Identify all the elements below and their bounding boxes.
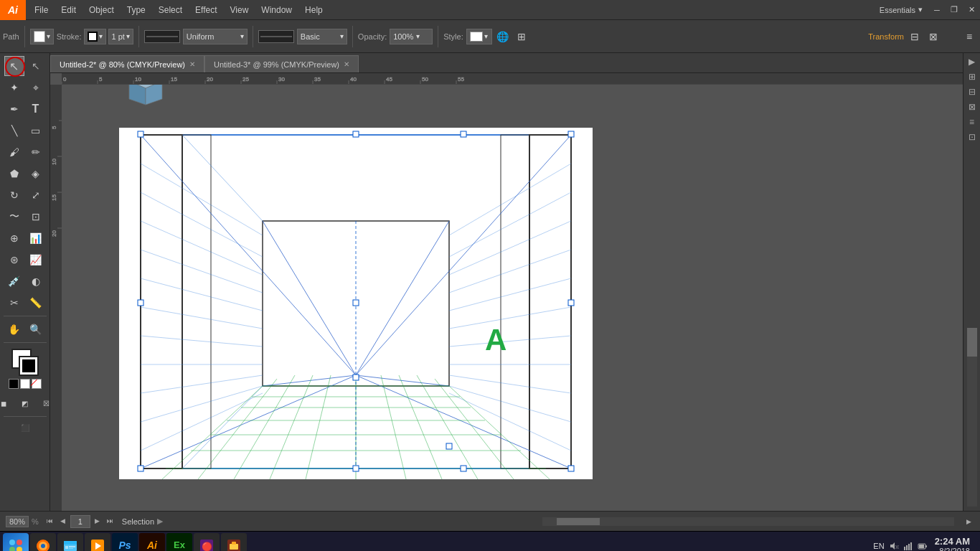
selection-tool[interactable]: ↖ (4, 56, 24, 76)
horizontal-scrollbar[interactable] (542, 517, 954, 526)
workspace-switcher[interactable]: Essentials ▾ (874, 5, 928, 14)
pencil-tool[interactable]: ✏ (26, 142, 46, 162)
type-tool[interactable]: T (26, 99, 46, 119)
last-page-btn[interactable]: ⏭ (105, 515, 116, 527)
menu-effect[interactable]: Effect (189, 2, 222, 18)
scrollbar-thumb-h[interactable] (557, 518, 600, 525)
menu-type[interactable]: Type (121, 2, 151, 18)
taskbar-media-player[interactable] (85, 533, 110, 552)
zoom-value[interactable]: 80% (6, 516, 29, 527)
stroke-weight[interactable]: 1 pt ▾ (108, 29, 133, 44)
stroke-color[interactable]: ▾ (84, 29, 106, 44)
panel-btn-3[interactable]: ⊟ (965, 85, 979, 99)
style-field[interactable]: ▾ (466, 29, 492, 44)
draw-mode-btn[interactable]: ⬛ (4, 420, 47, 435)
artboard-container: A (119, 128, 593, 479)
scale-tool[interactable]: ⤢ (26, 185, 46, 205)
direct-selection-tool[interactable]: ↖ (26, 56, 46, 76)
free-transform-tool[interactable]: ⊡ (26, 207, 46, 227)
view-cube[interactable] (128, 85, 164, 106)
perspective-grid: A (119, 128, 593, 479)
menu-view[interactable]: View (225, 2, 255, 18)
canvas-scroll[interactable]: A (62, 85, 963, 511)
scissors-tool[interactable]: ✂ (4, 293, 24, 313)
lasso-tool[interactable]: ⌖ (26, 77, 46, 98)
shape-builder-tool[interactable]: ⊕ (4, 228, 24, 248)
zoom-tool[interactable]: 🔍 (26, 319, 46, 339)
taskbar-excel[interactable]: Ex (166, 533, 192, 552)
taskbar-app-7[interactable]: 🔴 (194, 533, 220, 552)
menu-file[interactable]: File (29, 2, 54, 18)
minimize-button[interactable]: ─ (928, 0, 946, 20)
stroke-box[interactable] (19, 356, 39, 376)
scrollbar-thumb-v[interactable] (967, 328, 977, 357)
rect-tool[interactable]: ▭ (26, 121, 46, 141)
svg-line-56 (141, 221, 263, 275)
variable-icon[interactable]: ⊞ (514, 29, 529, 44)
panel-btn-2[interactable]: ⊞ (965, 70, 979, 84)
panel-btn-6[interactable]: ⊡ (965, 130, 979, 144)
first-page-btn[interactable]: ⏮ (44, 515, 56, 527)
menu-object[interactable]: Object (83, 2, 120, 18)
date-display: 8/2/2018 (939, 547, 970, 551)
vertical-scrollbar[interactable] (967, 328, 977, 507)
svg-line-88 (162, 386, 263, 479)
next-page-btn[interactable]: ▶ (92, 515, 103, 527)
tab-1-close[interactable]: ✕ (189, 60, 195, 68)
taskbar-app-8[interactable] (221, 533, 247, 552)
none-color[interactable] (32, 379, 42, 389)
default-colors[interactable] (9, 379, 19, 389)
tab-2-close[interactable]: ✕ (344, 60, 349, 68)
path-group: Path (3, 32, 19, 41)
restore-button[interactable]: ❐ (946, 0, 963, 20)
menu-help[interactable]: Help (299, 2, 329, 18)
taskbar-firefox[interactable] (30, 533, 56, 552)
start-button[interactable] (3, 533, 29, 552)
menu-select[interactable]: Select (153, 2, 188, 18)
taskbar-explorer[interactable] (57, 533, 83, 552)
none-btn[interactable]: ☒ (37, 393, 51, 413)
time-display: 2:24 AM (935, 536, 970, 547)
pathfinder-icon[interactable]: ⊠ (925, 29, 941, 44)
gradient-btn[interactable]: ◩ (15, 393, 35, 413)
magic-wand-tool[interactable]: ✦ (4, 77, 24, 98)
globe-icon[interactable]: 🌐 (495, 29, 511, 44)
profile-dropdown[interactable]: Uniform ▾ (183, 29, 248, 44)
paintbrush-tool[interactable]: 🖌 (4, 142, 24, 162)
symbol-sprayer-tool[interactable]: ⊛ (4, 250, 24, 270)
menu-window[interactable]: Window (255, 2, 298, 18)
blob-brush-tool[interactable]: ⬟ (4, 164, 24, 184)
line-tool[interactable]: ╲ (4, 121, 24, 141)
blend-tool[interactable]: ◐ (26, 271, 46, 291)
column-graph-tool[interactable]: 📈 (26, 250, 46, 270)
eraser-tool[interactable]: ◈ (26, 164, 46, 184)
panel-btn-4[interactable]: ⊠ (965, 100, 979, 114)
panel-btn-1[interactable]: ▶ (965, 55, 979, 69)
svg-text:15: 15 (51, 194, 57, 201)
fill-color[interactable]: ▾ (30, 29, 54, 44)
align-icon[interactable]: ⊟ (907, 29, 923, 44)
swap-colors[interactable] (20, 379, 30, 389)
scroll-right-btn[interactable]: ▶ (963, 516, 974, 527)
hand-tool[interactable]: ✋ (4, 319, 24, 339)
color-btn[interactable]: ◼ (0, 393, 14, 413)
opacity-field[interactable]: 100% ▾ (390, 29, 433, 44)
taskbar-illustrator[interactable]: Ai (139, 533, 165, 552)
menu-edit[interactable]: Edit (55, 2, 82, 18)
close-button[interactable]: ✕ (963, 0, 980, 20)
panel-toggle-icon[interactable]: ≡ (961, 29, 977, 44)
tab-1[interactable]: Untitled-2* @ 80% (CMYK/Preview) ✕ (50, 55, 204, 72)
brush-dropdown[interactable]: Basic ▾ (297, 29, 347, 44)
tab-2[interactable]: Untitled-3* @ 99% (CMYK/Preview) ✕ (204, 55, 359, 72)
chart-tool[interactable]: 📊 (26, 228, 46, 248)
warp-tool[interactable]: 〜 (4, 207, 24, 227)
taskbar-photoshop[interactable]: Ps (112, 533, 138, 552)
ruler-tool[interactable]: 📏 (26, 293, 46, 313)
canvas-with-rulers: Untitled-2* @ 80% (CMYK/Preview) ✕ Untit… (50, 53, 963, 511)
panel-btn-5[interactable]: ≡ (965, 115, 979, 129)
pen-tool[interactable]: ✒ (4, 99, 24, 119)
prev-page-btn[interactable]: ◀ (57, 515, 69, 527)
eyedropper-tool[interactable]: 💉 (4, 271, 24, 291)
rotate-tool[interactable]: ↻ (4, 185, 24, 205)
page-input[interactable] (70, 515, 90, 528)
